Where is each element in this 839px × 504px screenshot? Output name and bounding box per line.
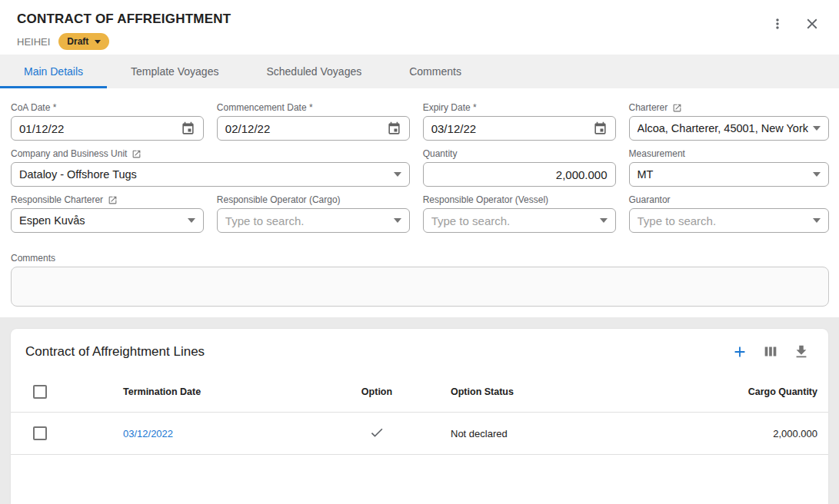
- kebab-menu-icon[interactable]: [770, 16, 785, 32]
- responsible-operator-cargo-input[interactable]: [225, 214, 389, 227]
- dialog-header: CONTRACT OF AFFREIGHTMENT HEIHEI Draft: [0, 0, 839, 51]
- company-business-unit-field: Company and Business Unit Dataloy - Offs…: [11, 148, 410, 187]
- dropdown-caret-icon[interactable]: [600, 218, 608, 223]
- dropdown-caret-icon[interactable]: [188, 218, 195, 223]
- external-link-icon[interactable]: [672, 103, 682, 113]
- dropdown-caret-icon[interactable]: [813, 126, 821, 131]
- termination-date-link[interactable]: 03/12/2022: [123, 428, 173, 439]
- responsible-operator-cargo-field: Responsible Operator (Cargo): [217, 194, 410, 233]
- quantity-label: Quantity: [423, 148, 616, 159]
- guarantor-input[interactable]: [638, 214, 808, 227]
- commencement-date-field: Commencement Date *: [217, 102, 410, 141]
- contract-reference: HEIHEI: [17, 36, 50, 48]
- col-cargo-quantity: Cargo Quantity: [643, 386, 828, 397]
- charterer-field: Charterer Alcoa, Charterer, 45001, New Y…: [629, 102, 829, 141]
- tab-comments[interactable]: Comments: [385, 55, 485, 88]
- external-link-icon[interactable]: [132, 149, 141, 159]
- expiry-date-input[interactable]: [431, 122, 593, 135]
- dropdown-caret-icon[interactable]: [394, 218, 401, 223]
- dropdown-caret-icon[interactable]: [813, 218, 821, 223]
- comments-label: Comments: [11, 253, 829, 264]
- external-link-icon[interactable]: [108, 195, 118, 205]
- status-badge[interactable]: Draft: [58, 33, 109, 50]
- dropdown-caret-icon[interactable]: [394, 172, 401, 177]
- comments-field: Comments: [11, 253, 829, 310]
- expiry-date-field: Expiry Date *: [423, 102, 616, 141]
- lines-card-title: Contract of Affreightment Lines: [25, 344, 205, 360]
- page-title: CONTRACT OF AFFREIGHTMENT: [17, 12, 824, 27]
- responsible-charterer-value: Espen Kuvås: [19, 214, 183, 227]
- lines-toolbar: [731, 343, 810, 360]
- charterer-label: Charterer: [629, 102, 668, 113]
- col-option-status: Option Status: [423, 386, 643, 397]
- lines-table-header: Termination Date Option Option Status Ca…: [11, 371, 828, 413]
- checkmark-icon: [369, 425, 385, 443]
- company-business-unit-select[interactable]: Dataloy - Offshore Tugs: [11, 162, 410, 187]
- tab-scheduled-voyages[interactable]: Scheduled Voyages: [242, 55, 385, 88]
- header-actions: [770, 15, 821, 32]
- commencement-date-label: Commencement Date *: [217, 102, 410, 113]
- dropdown-caret-icon[interactable]: [813, 172, 821, 177]
- calendar-icon[interactable]: [593, 121, 608, 136]
- responsible-charterer-field: Responsible Charterer Espen Kuvås: [11, 194, 204, 233]
- col-termination-date: Termination Date: [123, 386, 331, 397]
- responsible-operator-vessel-field: Responsible Operator (Vessel): [423, 194, 616, 233]
- download-icon[interactable]: [793, 343, 810, 360]
- coa-date-field: CoA Date *: [11, 102, 204, 141]
- lines-section: Contract of Affreightment Lines Terminat…: [0, 317, 839, 504]
- guarantor-field: Guarantor: [629, 194, 829, 233]
- option-status-value: Not declared: [423, 428, 643, 439]
- expiry-date-label: Expiry Date *: [423, 102, 616, 113]
- coa-date-label: CoA Date *: [11, 102, 204, 113]
- status-badge-label: Draft: [67, 36, 88, 47]
- responsible-operator-vessel-input[interactable]: [431, 214, 595, 227]
- tab-bar: Main Details Template Voyages Scheduled …: [0, 55, 839, 88]
- coa-lines-card: Contract of Affreightment Lines Terminat…: [11, 329, 828, 504]
- responsible-charterer-label: Responsible Charterer: [11, 194, 103, 205]
- commencement-date-input[interactable]: [225, 122, 387, 135]
- charterer-select[interactable]: Alcoa, Charterer, 45001, New York: [629, 116, 829, 141]
- quantity-field: Quantity: [423, 148, 616, 187]
- chevron-down-icon: [95, 40, 101, 44]
- quantity-input[interactable]: [431, 168, 608, 181]
- responsible-operator-cargo-label: Responsible Operator (Cargo): [217, 194, 410, 205]
- tab-template-voyages[interactable]: Template Voyages: [107, 55, 242, 88]
- responsible-operator-vessel-label: Responsible Operator (Vessel): [423, 194, 616, 205]
- comments-textarea[interactable]: [11, 267, 829, 307]
- guarantor-label: Guarantor: [629, 194, 829, 205]
- calendar-icon[interactable]: [387, 121, 401, 136]
- calendar-icon[interactable]: [181, 121, 195, 136]
- table-row: 03/12/2022 Not declared 2,000.000: [11, 413, 828, 455]
- select-all-checkbox[interactable]: [33, 385, 47, 399]
- company-business-unit-label: Company and Business Unit: [11, 148, 127, 159]
- lines-table: Termination Date Option Option Status Ca…: [11, 371, 828, 455]
- tab-main-details[interactable]: Main Details: [0, 55, 107, 88]
- close-icon[interactable]: [804, 15, 821, 32]
- company-business-unit-value: Dataloy - Offshore Tugs: [19, 168, 389, 181]
- main-details-form: CoA Date * Commencement Date * Expiry Da…: [0, 88, 839, 310]
- header-subrow: HEIHEI Draft: [17, 32, 824, 51]
- col-option: Option: [331, 386, 423, 397]
- cargo-quantity-value: 2,000.000: [643, 428, 828, 439]
- columns-icon[interactable]: [762, 343, 779, 360]
- responsible-charterer-select[interactable]: Espen Kuvås: [11, 208, 204, 233]
- add-icon[interactable]: [731, 343, 748, 360]
- coa-date-input[interactable]: [19, 122, 181, 135]
- measurement-select[interactable]: MT: [629, 162, 829, 187]
- measurement-value: MT: [638, 168, 808, 181]
- charterer-value: Alcoa, Charterer, 45001, New York: [638, 122, 808, 134]
- row-checkbox[interactable]: [33, 426, 47, 440]
- measurement-field: Measurement MT: [629, 148, 829, 187]
- measurement-label: Measurement: [629, 148, 829, 159]
